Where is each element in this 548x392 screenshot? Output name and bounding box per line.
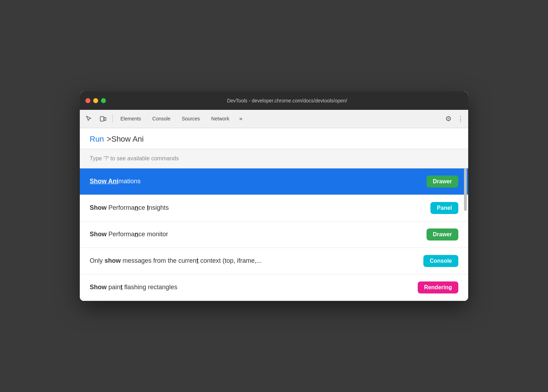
toolbar-divider-1 [112,114,113,123]
result-text-show-animations: Show Animations [90,178,427,185]
device-toggle-icon[interactable] [97,112,109,125]
result-n-char: n [135,204,138,211]
result-show-paint[interactable]: Show paint flashing rectangles Rendering [80,274,468,301]
settings-icon[interactable]: ⚙ [443,113,454,124]
result-nsights: nsights [149,204,169,211]
svg-rect-0 [100,117,104,121]
results-container: Show Animations Drawer Show Performance … [80,168,468,301]
svg-rect-1 [104,118,106,120]
tab-sources[interactable]: Sources [177,114,205,124]
traffic-lights [85,98,106,103]
results-list: Show Animations Drawer Show Performance … [80,168,468,301]
result-ce-monitor: ce monitor [138,231,168,238]
result-messages-text: messages from the curren [121,257,196,264]
result-bold-1: Show Ani [90,178,118,185]
result-show-performance-insights[interactable]: Show Performance Insights Panel [80,195,468,221]
result-paint-text: pain [107,284,120,291]
result-context-text: context (top, iframe,... [198,257,262,264]
badge-drawer-2: Drawer [427,228,458,240]
result-rest-1: mations [118,178,141,185]
result-text-show-performance-monitor: Show Performance monitor [90,231,427,238]
badge-rendering-1: Rendering [418,281,458,293]
result-perf-text: Performa [107,204,135,211]
result-text-show-paint: Show paint flashing rectangles [90,284,418,291]
minimize-button[interactable] [93,98,98,103]
result-show-bold-2: Show [90,231,107,238]
scrollbar-thumb[interactable] [464,168,467,211]
run-label: Run [90,135,104,144]
titlebar: DevTools - developer.chrome.com/docs/dev… [80,91,468,110]
result-show-bold: Show [90,204,107,211]
badge-drawer-1: Drawer [427,176,458,188]
result-perf-monitor-text: Performa [107,231,135,238]
more-options-icon[interactable]: ⋮ [455,113,465,124]
window-title: DevTools - developer.chrome.com/docs/dev… [112,98,463,103]
result-n-char-2: n [135,231,138,238]
command-palette: Run >Show Ani Type '?' to see available … [80,128,468,301]
command-input-display[interactable]: >Show Ani [107,135,144,144]
result-only-text: Only [90,257,105,264]
more-tabs-button[interactable]: » [236,113,246,124]
result-show-bold-3: show [105,257,121,264]
result-ce-text: ce [138,204,147,211]
result-text-show-messages: Only show messages from the current cont… [90,257,423,265]
tab-console[interactable]: Console [147,114,175,124]
tab-elements[interactable]: Elements [115,114,146,124]
badge-console-1: Console [423,255,458,267]
command-placeholder: Type '?' to see available commands [80,149,468,168]
result-text-show-performance-insights: Show Performance Insights [90,204,430,212]
scrollbar-track[interactable] [464,168,467,301]
devtools-window: DevTools - developer.chrome.com/docs/dev… [80,91,468,301]
badge-panel-1: Panel [430,202,458,214]
command-header: Run >Show Ani [80,128,468,149]
close-button[interactable] [85,98,90,103]
inspect-element-icon[interactable] [83,112,95,125]
maximize-button[interactable] [101,98,106,103]
result-show-performance-monitor[interactable]: Show Performance monitor Drawer [80,221,468,248]
devtools-toolbar: Elements Console Sources Network » ⚙ ⋮ [80,110,468,128]
result-show-animations[interactable]: Show Animations Drawer [80,168,468,195]
tab-network[interactable]: Network [206,114,234,124]
result-show-bold-4: Show [90,284,107,291]
result-flash-text: flashing rectangles [123,284,177,291]
placeholder-text: Type '?' to see available commands [90,155,179,161]
result-show-messages[interactable]: Only show messages from the current cont… [80,248,468,274]
